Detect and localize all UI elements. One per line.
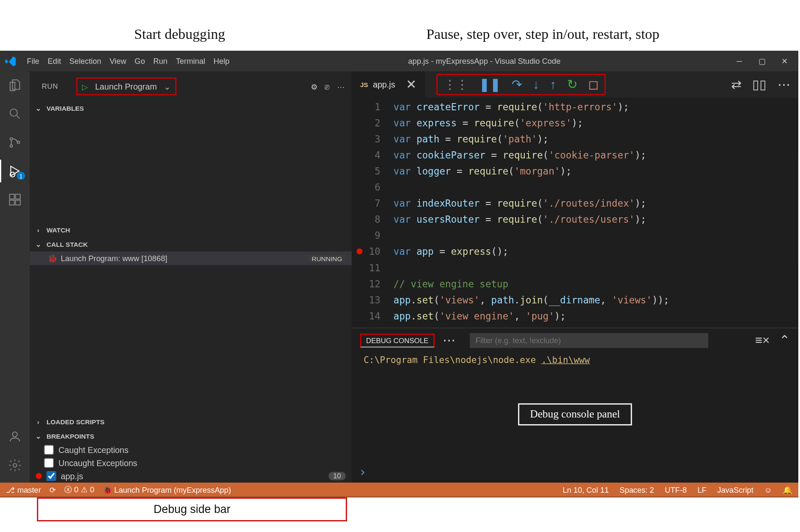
grip-icon[interactable]: ⋮⋮	[444, 77, 468, 92]
svg-point-1	[10, 138, 13, 140]
console-filter-input[interactable]	[470, 333, 708, 347]
menu-file[interactable]: File	[23, 57, 44, 65]
status-bar: ⎇ master ⟳ ⓧ 0 ⚠ 0 🐞 Launch Program (myE…	[0, 483, 798, 497]
breakpoints-section[interactable]: ⌄BREAKPOINTS	[30, 429, 352, 443]
vscode-logo-icon	[5, 55, 16, 67]
panel-more-icon[interactable]: ⋯	[443, 333, 455, 347]
scm-icon[interactable]	[7, 135, 23, 150]
uncaught-checkbox[interactable]	[44, 458, 54, 468]
svg-rect-7	[16, 200, 20, 205]
menu-run[interactable]: Run	[149, 57, 172, 65]
settings-gear-icon[interactable]	[7, 458, 23, 473]
watch-section[interactable]: ›WATCH	[30, 223, 352, 237]
debug-sidebar: RUN ▷ Launch Program ⌄ ⚙ ⎚ ⋯ ⌄VARIABLES …	[30, 71, 352, 483]
debug-console-tab[interactable]: DEBUG CONSOLE	[360, 333, 435, 347]
menu-selection[interactable]: Selection	[65, 57, 105, 65]
chevron-down-icon[interactable]: ⌄	[164, 82, 171, 91]
restart-icon[interactable]: ↻	[567, 77, 578, 92]
breakpoint-dot-icon	[36, 473, 42, 479]
close-icon[interactable]: ✕	[781, 57, 789, 65]
breakpoint-uncaught[interactable]: Uncaught Exceptions	[30, 456, 352, 469]
editor-more-icon[interactable]: ⋯	[778, 77, 790, 92]
step-into-icon[interactable]: ↓	[533, 77, 539, 92]
search-activity-icon[interactable]	[7, 106, 23, 122]
code-editor[interactable]: 1234567891011121314 var createError = re…	[352, 98, 798, 327]
clear-console-icon[interactable]: ≡×	[755, 333, 770, 347]
annotation-debug-controls: Pause, step over, step in/out, restart, …	[426, 26, 659, 42]
status-lang[interactable]: JavaScript	[717, 485, 753, 494]
svg-point-0	[10, 109, 17, 116]
gear-icon[interactable]: ⚙	[311, 82, 318, 91]
sync-icon[interactable]: ⟳	[49, 485, 56, 494]
svg-rect-6	[10, 200, 14, 205]
callstack-entry-label: Launch Program: www [10868]	[61, 254, 167, 263]
launch-config-name: Launch Program	[93, 80, 159, 92]
status-errors[interactable]: ⓧ 0 ⚠ 0	[64, 484, 94, 495]
account-icon[interactable]	[7, 429, 23, 445]
menu-help[interactable]: Help	[209, 57, 233, 65]
title-bar: File Edit Selection View Go Run Terminal…	[0, 51, 798, 71]
variables-section[interactable]: ⌄VARIABLES	[30, 101, 352, 116]
menu-terminal[interactable]: Terminal	[172, 57, 209, 65]
svg-rect-8	[16, 194, 20, 199]
status-branch[interactable]: master	[17, 485, 41, 494]
pause-icon[interactable]: ❚❚	[479, 77, 501, 92]
debug-badge: 1	[16, 172, 25, 180]
stop-icon[interactable]: ◻	[588, 77, 598, 92]
callstack-entry[interactable]: 🐞 Launch Program: www [10868] RUNNING	[30, 251, 352, 265]
status-spaces[interactable]: Spaces: 2	[619, 485, 654, 494]
maximize-icon[interactable]: ▢	[758, 57, 766, 65]
console-link[interactable]: .\bin\www	[541, 355, 590, 365]
menu-go[interactable]: Go	[131, 57, 149, 65]
editor-area: JS app.js ✕ ⋮⋮ ❚❚ ↷ ↓ ↑ ↻ ◻ ⇄ ▯▯ ⋯	[352, 71, 798, 483]
feedback-icon[interactable]: ☺	[764, 485, 772, 494]
console-prompt-icon[interactable]: ›	[352, 461, 798, 483]
window-title: app.js - myExpressApp - Visual Studio Co…	[234, 57, 735, 65]
annotation-debug-sidebar: Debug side bar	[37, 497, 347, 521]
debug-console-panel: DEBUG CONSOLE ⋯ ≡× ⌃ C:\Program Files\no…	[352, 328, 798, 483]
collapse-panel-icon[interactable]: ⌃	[779, 333, 790, 347]
breakpoint-caught[interactable]: Caught Exceptions	[30, 443, 352, 456]
tab-close-icon[interactable]: ✕	[406, 77, 416, 92]
status-encoding[interactable]: UTF-8	[665, 485, 687, 494]
status-debug-config[interactable]: 🐞 Launch Program (myExpressApp)	[103, 485, 231, 494]
loaded-scripts-section[interactable]: ›LOADED SCRIPTS	[30, 415, 352, 429]
svg-point-10	[13, 464, 16, 467]
extensions-icon[interactable]	[7, 192, 23, 207]
step-out-icon[interactable]: ↑	[550, 77, 556, 92]
annotation-debug-console: Debug console panel	[518, 404, 632, 426]
editor-tab-appjs[interactable]: JS app.js ✕	[352, 71, 426, 98]
launch-config-selector[interactable]: ▷ Launch Program ⌄	[76, 77, 177, 95]
compare-icon[interactable]: ⇄	[731, 77, 742, 92]
menu-edit[interactable]: Edit	[44, 57, 65, 65]
debug-toolbar[interactable]: ⋮⋮ ❚❚ ↷ ↓ ↑ ↻ ◻	[436, 74, 605, 95]
svg-point-9	[13, 432, 17, 437]
console-output: C:\Program Files\nodejs\node.exe .\bin\w…	[352, 352, 798, 368]
annotation-start-debugging: Start debugging	[134, 26, 225, 42]
more-icon[interactable]: ⋯	[337, 82, 345, 91]
split-editor-icon[interactable]: ▯▯	[752, 77, 767, 92]
callstack-section[interactable]: ⌄CALL STACK	[30, 237, 352, 251]
bug-icon: 🐞	[48, 254, 58, 263]
status-eol[interactable]: LF	[697, 485, 706, 494]
status-cursor-pos[interactable]: Ln 10, Col 11	[563, 485, 609, 494]
run-debug-icon[interactable]: 1	[7, 163, 23, 179]
js-file-icon: JS	[360, 81, 368, 88]
explorer-icon[interactable]	[7, 77, 23, 93]
menu-view[interactable]: View	[105, 57, 130, 65]
start-debug-icon[interactable]: ▷	[82, 82, 88, 91]
vscode-window: File Edit Selection View Go Run Terminal…	[0, 51, 798, 497]
callstack-status: RUNNING	[308, 254, 345, 262]
step-over-icon[interactable]: ↷	[512, 77, 522, 92]
svg-rect-5	[10, 194, 14, 199]
minimize-icon[interactable]: ─	[735, 57, 744, 65]
breakpoint-file[interactable]: app.js 10	[30, 469, 352, 483]
branch-icon[interactable]: ⎇	[6, 485, 15, 494]
caught-checkbox[interactable]	[44, 445, 54, 455]
menu-bar: File Edit Selection View Go Run Terminal…	[23, 57, 234, 65]
bp-line-number: 10	[328, 472, 345, 480]
file-bp-checkbox[interactable]	[47, 471, 56, 481]
bell-icon[interactable]: 🔔	[783, 485, 792, 494]
debug-console-toggle-icon[interactable]: ⎚	[325, 82, 329, 91]
tab-filename: app.js	[373, 80, 395, 90]
